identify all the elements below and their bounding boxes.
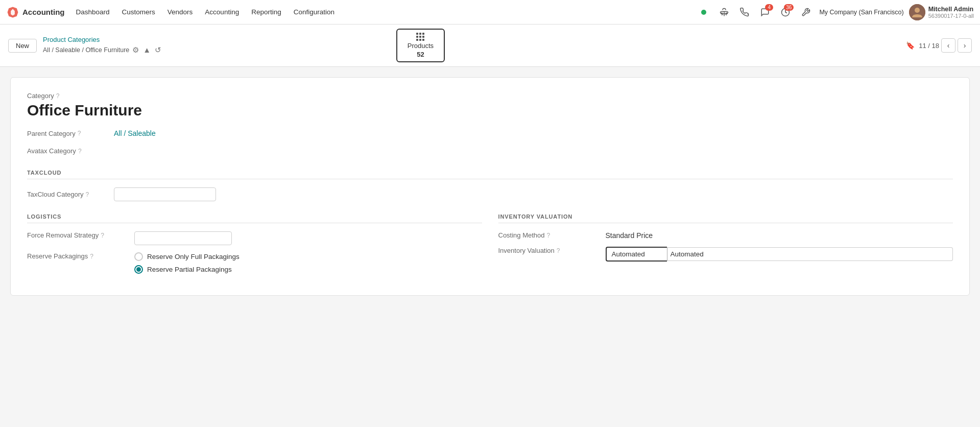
fields-row: Parent Category ? All / Saleable Avatax … [27,129,953,157]
toolbar: New Product Categories All / Saleable / … [0,25,980,67]
bookmark-btn[interactable]: 🔖 [906,41,915,50]
status-indicator[interactable] [696,4,712,20]
parent-category-value[interactable]: All / Saleable [114,129,156,137]
radio-circle-full [134,252,143,261]
main-content: Category ? Office Furniture Parent Categ… [0,67,980,306]
nav-configuration[interactable]: Configuration [289,5,340,19]
taxcloud-category-label: TaxCloud Category [27,191,84,198]
breadcrumb-title[interactable]: Product Categories [43,36,162,43]
radio-full[interactable]: Reserve Only Full Packagings [134,252,240,261]
parent-category-label-wrap: Parent Category ? [27,130,109,137]
reserve-packagings-label-wrap: Reserve Packagings ? [27,252,129,260]
record-pager: 🔖 11 / 18 ‹ › [906,38,972,53]
phone-icon-btn[interactable] [736,4,753,20]
costing-method-help[interactable]: ? [547,232,551,239]
nav-customers[interactable]: Customers [117,5,160,19]
top-navigation: Accounting Dashboard Customers Vendors A… [0,0,980,25]
inventory-valuation-select[interactable]: Manual Automated [667,247,953,261]
force-removal-help[interactable]: ? [101,232,104,239]
avatax-category-label-wrap: Avatax Category ? [27,147,109,155]
nav-reporting[interactable]: Reporting [246,5,286,19]
category-label-row: Category ? [27,92,953,100]
costing-method-label-wrap: Costing Method ? [498,231,601,239]
settings-breadcrumb-btn[interactable]: ⚙ [131,44,140,56]
products-btn-count: 52 [417,51,424,58]
force-removal-row: Force Removal Strategy ? [27,231,482,245]
reserve-packagings-label: Reserve Packagings [27,252,88,260]
bug-icon [720,8,729,17]
messages-badge: 4 [765,4,773,11]
radio-partial-label: Reserve Partial Packagings [147,266,232,273]
inventory-valuation-section: INVENTORY VALUATION Costing Method ? Sta… [498,214,953,281]
grid-icon [416,33,424,41]
user-name: Mitchell Admin [928,6,974,13]
user-id: 56390017-17-0-all [928,13,974,19]
record-card: Category ? Office Furniture Parent Categ… [10,77,970,296]
taxcloud-category-input[interactable] [114,187,216,201]
taxcloud-category-help[interactable]: ? [86,191,89,198]
parent-category-row: Parent Category ? All / Saleable [27,129,953,137]
breadcrumb-path-text: All / Saleable / Office Furniture [43,46,129,54]
upload-breadcrumb-btn[interactable]: ▲ [142,44,152,55]
reserve-packagings-row: Reserve Packagings ? Reserve Only Full P… [27,252,482,274]
phone-icon [740,8,749,17]
category-label: Category [27,92,54,100]
costing-method-label: Costing Method [498,231,545,239]
new-button[interactable]: New [8,39,37,53]
breadcrumb-area: Product Categories All / Saleable / Offi… [43,36,162,56]
radio-full-label: Reserve Only Full Packagings [147,253,240,260]
reserve-packagings-radio-group: Reserve Only Full Packagings Reserve Par… [134,252,240,274]
user-info: Mitchell Admin 56390017-17-0-all [928,6,974,19]
inventory-valuation-select-box[interactable]: Automated [606,247,667,262]
inventory-valuation-row: Inventory Valuation ? Automated Manual A… [498,247,953,262]
costing-method-row: Costing Method ? Standard Price [498,231,953,240]
smart-buttons: Products 52 [396,29,445,62]
settings-icon-btn[interactable] [798,4,814,20]
force-removal-label: Force Removal Strategy [27,231,99,239]
costing-method-value: Standard Price [606,231,653,240]
svg-point-2 [915,8,920,13]
nav-dashboard[interactable]: Dashboard [71,5,115,19]
wrench-icon [801,8,810,17]
taxcloud-section-divider: TAXCLOUD [27,170,953,179]
breadcrumb-path: All / Saleable / Office Furniture ⚙ ▲ ↺ [43,44,162,56]
pager-text: 11 / 18 [919,42,939,50]
avatar [909,4,925,20]
radio-inner-partial [136,267,141,272]
radio-partial[interactable]: Reserve Partial Packagings [134,265,240,274]
user-menu[interactable]: Mitchell Admin 56390017-17-0-all [909,4,974,20]
refresh-breadcrumb-btn[interactable]: ↺ [154,44,162,56]
nav-vendors[interactable]: Vendors [162,5,198,19]
online-status-icon [701,10,706,15]
inventory-valuation-help[interactable]: ? [557,247,560,254]
logo-icon [6,6,19,19]
taxcloud-category-label-wrap: TaxCloud Category ? [27,191,109,198]
parent-category-help[interactable]: ? [78,130,81,137]
pager-next-btn[interactable]: › [958,38,972,53]
inv-valuation-section-title: INVENTORY VALUATION [498,214,953,223]
avatar-image [909,4,925,20]
company-selector[interactable]: My Company (San Francisco) [816,9,906,16]
messages-icon-btn[interactable]: 4 [757,4,773,20]
inventory-valuation-label-wrap: Inventory Valuation ? [498,247,601,254]
force-removal-input[interactable] [134,231,232,245]
clock-icon-btn[interactable]: 36 [777,4,794,20]
force-removal-label-wrap: Force Removal Strategy ? [27,231,129,239]
reserve-packagings-help[interactable]: ? [90,253,93,260]
debug-icon-btn[interactable] [716,4,732,20]
parent-category-label: Parent Category [27,130,76,137]
app-logo[interactable]: Accounting [6,6,65,19]
inventory-valuation-select-value: Automated [612,250,662,258]
nav-accounting[interactable]: Accounting [200,5,244,19]
avatax-category-input[interactable] [114,145,210,157]
inventory-valuation-label: Inventory Valuation [498,247,555,254]
logistics-section-title: LOGISTICS [27,214,482,223]
avatax-category-help[interactable]: ? [78,148,82,155]
app-name: Accounting [22,8,65,16]
logistics-section: LOGISTICS Force Removal Strategy ? Reser… [27,214,482,281]
category-help[interactable]: ? [56,92,60,100]
two-col-section: LOGISTICS Force Removal Strategy ? Reser… [27,214,953,281]
products-smart-btn[interactable]: Products 52 [396,29,445,62]
pager-prev-btn[interactable]: ‹ [941,38,955,53]
avatax-category-label: Avatax Category [27,147,76,155]
